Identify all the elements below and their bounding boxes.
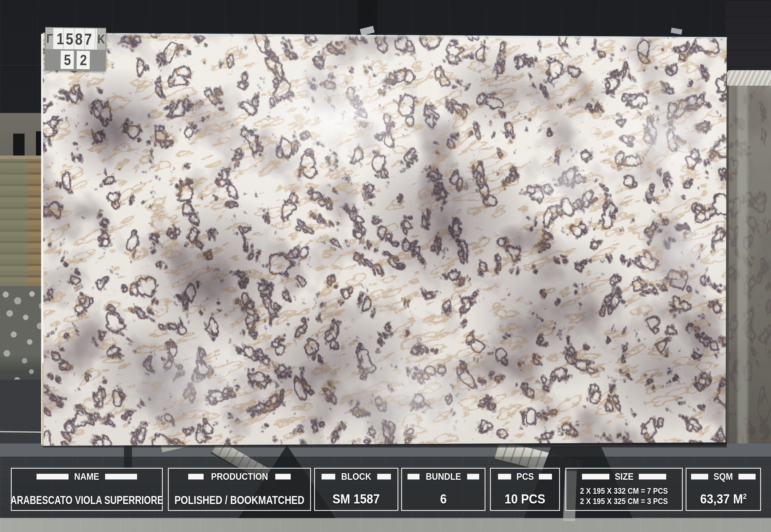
slab-lighting: [43, 33, 727, 446]
header-dash: [188, 474, 204, 479]
panel-block-header: BLOCK: [321, 471, 391, 482]
panel-header-label: BLOCK: [341, 471, 371, 482]
panel-block-value: SM 1587: [333, 491, 380, 507]
size-line-2: 2 X 195 X 325 CM = 3 PCS: [580, 496, 668, 507]
panel-sqm: SQM 63,37 M2: [686, 468, 761, 511]
sqm-number: 63,37 M: [700, 491, 743, 506]
header-dash: [408, 474, 420, 479]
header-dash: [377, 474, 391, 479]
panel-production-header: PRODUCTION: [188, 471, 291, 482]
tag-digit: 2: [76, 51, 90, 69]
size-line-1: 2 X 195 X 332 CM = 7 PCS: [580, 486, 668, 496]
panel-name-value: ARABESCATO VIOLA SUPERRIORE: [10, 494, 163, 507]
panel-bundle-value: 6: [440, 491, 447, 507]
tag-row-block: Γ 1587 K: [46, 28, 105, 50]
header-dash: [275, 474, 291, 479]
panel-header-label: SIZE: [615, 471, 633, 482]
panel-header-label: PCS: [516, 471, 534, 482]
panel-size-values: 2 X 195 X 332 CM = 7 PCS 2 X 195 X 325 C…: [572, 486, 676, 507]
stone-block-top: [0, 156, 42, 159]
slab-edge-shade: [726, 86, 729, 446]
panel-block: BLOCK SM 1587: [314, 468, 399, 511]
panel-bundle: BUNDLE 6: [401, 468, 486, 511]
header-dash: [321, 474, 335, 479]
plastic-reflection: [726, 86, 771, 446]
tag-block-number: 1587: [53, 28, 97, 50]
panel-name-header: NAME: [37, 471, 137, 482]
sqm-superscript: 2: [743, 492, 746, 501]
tag-row-bundle: 5 2: [45, 51, 105, 70]
panel-production-value: POLISHED / BOOKMATCHED: [174, 494, 304, 507]
panel-pcs-header: PCS: [498, 471, 552, 482]
tag-digit: 5: [61, 51, 74, 69]
tag-suffix-letter: K: [97, 29, 106, 50]
block-number-tag: Γ 1587 K 5 2: [45, 27, 106, 71]
header-dash: [639, 474, 666, 479]
header-dash: [539, 474, 552, 479]
panel-pcs: PCS 10 PCS: [490, 468, 560, 511]
panel-header-label: BUNDLE: [426, 471, 461, 482]
header-dash: [105, 474, 137, 479]
stone-block-left: [0, 156, 42, 290]
tag-prefix-letter: Γ: [46, 28, 53, 49]
header-dash: [37, 474, 69, 479]
panel-bundle-header: BUNDLE: [408, 471, 480, 482]
floor-concrete: [0, 518, 771, 532]
panel-pcs-value: 10 PCS: [505, 491, 546, 507]
leaning-slab-right: [726, 86, 771, 446]
panel-header-label: PRODUCTION: [211, 471, 268, 482]
header-dash: [498, 474, 511, 479]
panel-size-header: SIZE: [582, 471, 666, 482]
header-dash: [582, 474, 609, 479]
panel-name: NAME ARABESCATO VIOLA SUPERRIORE: [11, 468, 163, 511]
header-dash: [738, 474, 756, 479]
panel-sqm-value: 63,37 M2: [700, 491, 747, 507]
panel-header-label: NAME: [74, 471, 99, 482]
header-dash: [691, 474, 708, 479]
warehouse-photo: Γ 1587 K 5 2 NAME ARABESCATO VIOLA SUPER…: [0, 0, 771, 532]
header-dash: [467, 474, 479, 479]
marble-slab: [43, 33, 727, 446]
panel-sqm-header: SQM: [691, 471, 755, 482]
panel-size: SIZE 2 X 195 X 332 CM = 7 PCS 2 X 195 X …: [565, 468, 683, 511]
panel-production: PRODUCTION POLISHED / BOOKMATCHED: [168, 468, 311, 511]
panel-header-label: SQM: [714, 471, 733, 482]
